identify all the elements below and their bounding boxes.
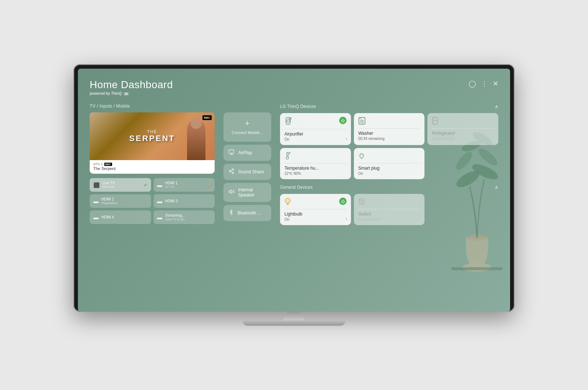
input-hdmi3[interactable]: ▬ HDMI 3	[154, 194, 215, 208]
svg-point-10	[232, 169, 234, 170]
live-tv-sub: 000-000	[103, 185, 115, 189]
washer-name: Washer	[358, 131, 420, 136]
bluetooth-card[interactable]: Bluetooth ...	[223, 205, 271, 221]
svg-rect-44	[361, 200, 362, 201]
airpurifier-status: On	[284, 137, 347, 141]
input-hdmi1[interactable]: ▬ HDMI 1 U+ TV 🔒	[154, 178, 215, 192]
stand-neck	[283, 312, 305, 321]
hdmi1-name: HDMI 1	[165, 181, 178, 185]
tv-inputs-label: TV / Inputs / Mobile	[90, 104, 215, 109]
tv-preview-card[interactable]: BBC THE SERPENT	[90, 112, 215, 174]
channel-number: DTV 1	[93, 162, 103, 166]
device-smart-plug[interactable]: Smart plug On	[354, 148, 425, 179]
svg-rect-31	[287, 152, 288, 157]
device-washer[interactable]: Washer 00:34 remaining	[354, 113, 425, 145]
device-refrigerator[interactable]: Refrigerator Disconnected	[427, 113, 498, 145]
internal-speaker-icon	[229, 189, 234, 196]
show-title-overlay: THE SERPENT	[129, 129, 175, 143]
smart-plug-status: On	[358, 171, 420, 176]
lightbulb-name: Lightbulb	[284, 212, 347, 217]
plant-decoration	[444, 69, 510, 312]
switch-icon	[358, 198, 365, 207]
svg-marker-9	[230, 153, 233, 154]
airplay-label: AirPlay	[238, 150, 252, 155]
tv-frame: Home Dashboard powered by ThinQ AI ◯ ⋮ ✕	[74, 64, 514, 312]
left-panel: TV / Inputs / Mobile BBC THE SERPENT	[90, 104, 215, 304]
smart-plug-icon	[358, 152, 365, 161]
hdmi1-icon: ▬	[157, 182, 162, 188]
lightbulb-icon	[284, 198, 291, 207]
svg-point-25	[361, 121, 362, 122]
hdmi2-sub: Playstation	[101, 201, 118, 205]
content-area: TV / Inputs / Mobile BBC THE SERPENT	[90, 104, 498, 304]
internal-speaker-label: Internal Speaker	[238, 187, 266, 198]
hdmi4-name: HDMI 4	[101, 215, 114, 219]
sound-share-label: Sound Share	[238, 169, 264, 174]
streaming-name: Streaming...	[165, 213, 186, 217]
tv-preview-info: DTV 1 BBC The Serpent	[90, 160, 215, 174]
input-hdmi4[interactable]: ▬ HDMI 4	[90, 210, 151, 224]
lightbulb-arrow: ›	[346, 216, 347, 221]
sound-share-icon	[229, 168, 234, 176]
airpurifier-icon	[284, 117, 292, 127]
hdmi2-name: HDMI 2	[101, 197, 118, 201]
refrigerator-icon	[432, 117, 438, 126]
tv-stand	[74, 312, 514, 326]
airpurifier-power-btn[interactable]: ⏻	[339, 117, 347, 124]
check-icon: ✔	[144, 183, 147, 188]
connect-mobile-card[interactable]: + Connect Mobile...	[223, 112, 271, 142]
hdmi4-icon: ▬	[93, 214, 98, 220]
svg-rect-2	[451, 267, 503, 270]
svg-rect-45	[361, 203, 362, 204]
bluetooth-label: Bluetooth ...	[237, 210, 261, 216]
tv-preview-image: BBC THE SERPENT	[90, 112, 215, 160]
show-the: THE	[129, 129, 175, 134]
hdmi1-sub: U+ TV	[165, 185, 178, 189]
device-lightbulb[interactable]: ⏻ Lightbulb On ›	[280, 194, 351, 225]
internal-speaker-card[interactable]: Internal Speaker	[223, 183, 271, 202]
subtitle: powered by ThinQ AI	[90, 91, 173, 95]
device-switch[interactable]: Switch Disconnected	[354, 194, 425, 225]
input-hdmi2[interactable]: ▬ HDMI 2 Playstation	[90, 194, 151, 208]
hdmi3-icon: ▬	[157, 198, 162, 204]
device-temperature[interactable]: Temperature hu... 22℃ 80%	[280, 148, 351, 179]
refrigerator-status: Disconnected	[432, 137, 494, 141]
airpurifier-name: Airpurifier	[284, 131, 347, 137]
bbc-logo: BBC	[202, 115, 212, 120]
svg-point-11	[229, 170, 231, 172]
sound-share-card[interactable]: Sound Share	[223, 164, 271, 180]
washer-icon	[358, 117, 366, 126]
dashboard: Home Dashboard powered by ThinQ AI ◯ ⋮ ✕	[78, 69, 510, 312]
svg-point-32	[286, 157, 289, 159]
tv-outer: Home Dashboard powered by ThinQ AI ◯ ⋮ ✕	[74, 64, 514, 326]
lightbulb-status: On	[284, 217, 347, 221]
input-streaming[interactable]: ▬ Streaming... Live TV & St...	[154, 210, 215, 224]
lightbulb-power-btn[interactable]: ⏻	[339, 198, 347, 205]
ai-badge: AI	[124, 92, 129, 95]
svg-point-24	[360, 120, 363, 123]
input-live-tv[interactable]: ⬛ Live TV 000-000 ✔	[90, 178, 151, 192]
switch-status: Disconnected	[358, 217, 420, 221]
live-tv-name: Live TV	[103, 181, 115, 185]
svg-marker-15	[229, 190, 231, 194]
svg-point-5	[454, 149, 475, 172]
channel-logo-small: BBC	[104, 163, 112, 166]
hdmi3-name: HDMI 3	[165, 199, 178, 203]
temperature-icon	[284, 152, 290, 161]
switch-name: Switch	[358, 212, 420, 217]
show-name-display: The Serpent	[93, 166, 211, 171]
svg-point-35	[289, 152, 290, 154]
refrigerator-name: Refrigerator	[432, 131, 494, 136]
device-airpurifier[interactable]: ⏻ Airpurifier On ›	[280, 113, 351, 145]
svg-rect-27	[433, 118, 438, 124]
brand-name: ThinQ	[111, 91, 122, 95]
svg-point-17	[287, 120, 290, 122]
airplay-card[interactable]: AirPlay	[223, 145, 271, 161]
show-serpent: SERPENT	[129, 134, 175, 143]
live-tv-icon: ⬛	[93, 182, 100, 188]
dtv-label: DTV 1 BBC	[93, 162, 211, 166]
airpurifier-arrow: ›	[346, 136, 347, 141]
header: Home Dashboard powered by ThinQ AI ◯ ⋮ ✕	[90, 79, 498, 95]
tv-screen: Home Dashboard powered by ThinQ AI ◯ ⋮ ✕	[78, 69, 510, 312]
temperature-name: Temperature hu...	[284, 166, 347, 171]
